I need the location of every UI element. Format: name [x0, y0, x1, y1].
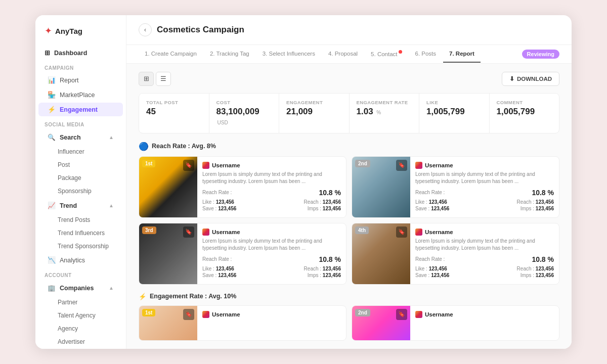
sidebar-sub-influencer[interactable]: Influencer: [38, 146, 123, 158]
search-label: Search: [60, 134, 81, 141]
sidebar-sub-agency[interactable]: Agency: [38, 323, 123, 335]
sidebar-sub-sponsorship[interactable]: Sponsorship: [38, 185, 123, 197]
engagement-card-rank-1: 1st: [142, 309, 155, 316]
download-icon: ⬇: [509, 75, 514, 82]
trend-icon: 📈: [48, 202, 56, 209]
tab-tracking-tag[interactable]: 2. Tracking Tag: [204, 46, 255, 63]
card-save-3[interactable]: 🔖: [183, 226, 194, 238]
logo: ✦ AnyTag: [35, 25, 126, 46]
tabs-bar: 1. Create Campaign 2. Tracking Tag 3. Se…: [126, 45, 572, 64]
main-content: ‹ Cosmetics Campaign 1. Create Campaign …: [126, 15, 572, 349]
reach-rate-value-1: 10.8 %: [319, 189, 341, 197]
sidebar-item-analytics[interactable]: 📉 Analytics: [38, 253, 123, 267]
reach-section-heading: 🔵 Reach Rate : Avg. 8%: [139, 142, 559, 151]
sidebar-item-label-marketplace: MarketPlace: [60, 92, 95, 99]
sidebar-sub-partner[interactable]: Partner: [38, 296, 123, 308]
card-username-2[interactable]: Username: [425, 162, 453, 168]
sidebar-sub-trend-posts[interactable]: Trend Posts: [38, 214, 123, 226]
card-content-2: Username Lorem Ipsum is simply dummy tex…: [410, 157, 559, 217]
view-toggle: ⊞ ☰: [139, 72, 171, 86]
card-rank-2: 2nd: [355, 160, 370, 167]
tab-posts[interactable]: 6. Posts: [409, 46, 443, 63]
reach-rate-value-3: 10.8 %: [319, 255, 341, 263]
engagement-card-save-1[interactable]: 🔖: [183, 309, 194, 320]
engagement-card-rank-2: 2nd: [355, 309, 370, 316]
card-username-3[interactable]: Username: [212, 229, 240, 235]
card-username-1[interactable]: Username: [212, 162, 240, 168]
card-save-4[interactable]: 🔖: [396, 226, 407, 238]
card-desc-1: Lorem Ipsum is simply dummy text of the …: [202, 171, 341, 185]
content-toolbar: ⊞ ☰ ⬇ DOWNLOAD: [139, 72, 559, 86]
sidebar-item-engagement[interactable]: ⚡ Engagement: [38, 103, 123, 116]
card-desc-2: Lorem Ipsum is simply dummy text of the …: [415, 171, 554, 185]
card-stats-2: Reach Rate : 10.8 % Like : 123,456 Reach…: [415, 189, 554, 211]
sidebar-sub-post[interactable]: Post: [38, 159, 123, 171]
tab-proposal[interactable]: 4. Proposal: [322, 46, 364, 63]
status-badge: Reviewing: [522, 50, 559, 59]
sidebar-sub-trend-sponsorship[interactable]: Trend Sponsorship: [38, 240, 123, 252]
sidebar-item-report[interactable]: 📊 Report: [38, 73, 123, 87]
stat-cost-unit: USD: [218, 120, 228, 125]
reach-cards-grid: 1st 🔖 Username Lorem Ipsum is simply dum…: [139, 156, 559, 285]
trend-label: Trend: [60, 202, 77, 209]
sidebar-item-dashboard[interactable]: ⊞ Dashboard: [35, 46, 126, 60]
sidebar-sub-trend-influencers[interactable]: Trend Influencers: [38, 227, 123, 239]
sidebar-item-marketplace[interactable]: 🏪 MarketPlace: [38, 88, 123, 102]
tab-report[interactable]: 7. Report: [443, 46, 481, 63]
influencer-card-3: 3rd 🔖 Username Lorem Ipsum is simply dum…: [139, 223, 346, 285]
reach-rate-value-4: 10.8 %: [532, 255, 554, 263]
content-area: ⊞ ☰ ⬇ DOWNLOAD TOTAL POST 45 COST: [126, 64, 572, 349]
card-content-3: Username Lorem Ipsum is simply dummy tex…: [197, 223, 346, 284]
report-icon: 📊: [48, 76, 56, 84]
logo-icon: ✦: [45, 25, 52, 36]
card-save-2[interactable]: 🔖: [396, 160, 407, 171]
engagement-card-save-2[interactable]: 🔖: [396, 309, 407, 320]
search-icon: 🔍: [48, 133, 56, 141]
top-bar: ‹ Cosmetics Campaign: [126, 15, 572, 45]
instagram-icon-3: [202, 229, 209, 236]
sidebar-item-label-report: Report: [60, 77, 79, 84]
back-icon: ‹: [144, 26, 146, 33]
tab-contact[interactable]: 5. Contact: [365, 45, 408, 63]
back-button[interactable]: ‹: [139, 23, 152, 36]
sidebar-item-label-analytics: Analytics: [60, 257, 85, 264]
card-desc-4: Lorem Ipsum is simply dummy text of the …: [415, 238, 554, 252]
card-content-1: Username Lorem Ipsum is simply dummy tex…: [197, 157, 346, 217]
download-button[interactable]: ⬇ DOWNLOAD: [502, 72, 559, 86]
download-label: DOWNLOAD: [517, 76, 552, 82]
stats-row: TOTAL POST 45 COST 83,100,009 USD ENGAGE…: [139, 93, 559, 133]
engagement-card-image-1: 1st 🔖: [139, 306, 197, 341]
engagement-card-image-2: 2nd 🔖: [352, 306, 410, 341]
instagram-icon-4: [415, 229, 422, 236]
sidebar-sub-advertiser[interactable]: Advertiser: [38, 336, 123, 348]
sidebar-sub-package[interactable]: Package: [38, 172, 123, 184]
influencer-card-4: 4th 🔖 Username Lorem Ipsum is simply dum…: [352, 223, 559, 285]
page-title: Cosmetics Campaign: [157, 25, 244, 35]
engagement-card-username-2[interactable]: Username: [425, 311, 453, 317]
influencer-card-1: 1st 🔖 Username Lorem Ipsum is simply dum…: [139, 156, 346, 218]
companies-icon: 🏢: [48, 284, 56, 292]
engagement-card-username-1[interactable]: Username: [212, 311, 240, 317]
card-image-1: 1st 🔖: [139, 157, 197, 217]
card-content-4: Username Lorem Ipsum is simply dummy tex…: [410, 223, 559, 284]
stat-total-post-value: 45: [146, 107, 156, 116]
stat-engagement: ENGAGEMENT 21,009: [279, 94, 350, 133]
sidebar-group-companies[interactable]: 🏢 Companies ▲: [38, 281, 123, 295]
instagram-icon-5: [202, 311, 209, 318]
card-image-2: 2nd 🔖: [352, 157, 410, 217]
reach-rate-value-2: 10.8 %: [532, 189, 554, 197]
card-save-1[interactable]: 🔖: [183, 160, 194, 171]
tab-create-campaign[interactable]: 1. Create Campaign: [139, 46, 203, 63]
engagement-card-content-2: Username: [410, 306, 559, 340]
instagram-icon-2: [415, 162, 422, 169]
list-view-button[interactable]: ☰: [156, 72, 171, 86]
grid-view-button[interactable]: ⊞: [139, 72, 154, 86]
sidebar-group-trend[interactable]: 📈 Trend ▲: [38, 199, 123, 212]
sidebar-group-search[interactable]: 🔍 Search ▲: [38, 130, 123, 144]
card-stats-1: Reach Rate : 10.8 % Like : 123,456 Reach…: [202, 189, 341, 211]
card-rank-3: 3rd: [142, 226, 156, 234]
card-username-4[interactable]: Username: [425, 229, 453, 235]
tab-select-influencers[interactable]: 3. Select Influencers: [256, 46, 321, 63]
sidebar-sub-talent-agency[interactable]: Talent Agency: [38, 309, 123, 322]
search-chevron: ▲: [109, 134, 114, 140]
